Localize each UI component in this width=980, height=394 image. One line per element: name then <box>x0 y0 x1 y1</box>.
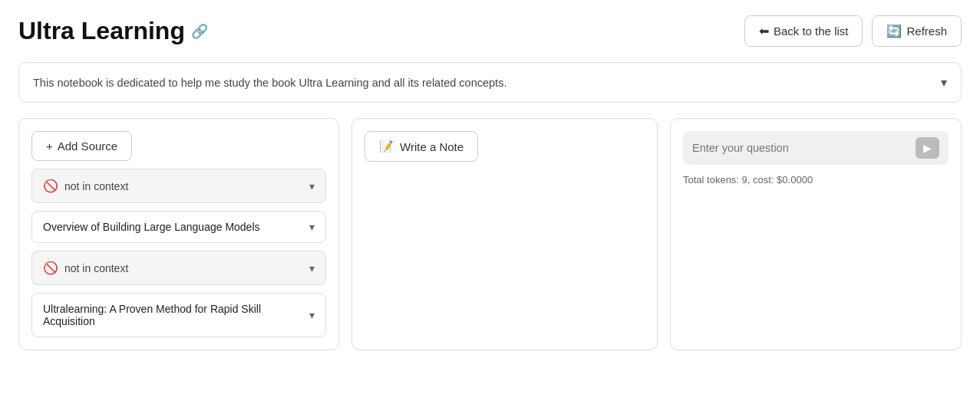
back-icon: ⬅ <box>759 24 769 38</box>
no-entry-icon-2: 🚫 <box>43 261 58 275</box>
refresh-button-label: Refresh <box>906 25 947 38</box>
source-item-2-chevron: ▾ <box>309 221 315 233</box>
back-to-list-button[interactable]: ⬅ Back to the list <box>744 15 863 47</box>
write-note-icon: 📝 <box>379 140 394 153</box>
description-text: This notebook is dedicated to help me st… <box>33 77 941 89</box>
question-input-row: ▶ <box>683 131 949 165</box>
source-item-1-chevron: ▾ <box>309 180 315 192</box>
question-panel: ▶ Total tokens: 9, cost: $0.0000 <box>670 118 962 350</box>
source-item-3[interactable]: 🚫 not in context ▾ <box>31 251 326 285</box>
page-title: Ultra Learning <box>18 17 185 45</box>
back-button-label: Back to the list <box>774 25 849 38</box>
add-source-plus-icon: + <box>46 140 53 153</box>
link-icon[interactable]: 🔗 <box>191 23 208 40</box>
title-area: Ultra Learning 🔗 <box>18 17 208 45</box>
header-buttons: ⬅ Back to the list 🔄 Refresh <box>744 15 962 47</box>
description-chevron-icon[interactable]: ▾ <box>941 75 947 90</box>
source-item-4-label: Ultralearning: A Proven Method for Rapid… <box>43 303 309 327</box>
refresh-icon: 🔄 <box>886 24 902 38</box>
source-item-3-chevron: ▾ <box>309 262 315 274</box>
question-input[interactable] <box>692 142 909 154</box>
send-icon: ▶ <box>923 142 932 154</box>
source-item-2[interactable]: Overview of Building Large Language Mode… <box>31 211 326 243</box>
write-note-label: Write a Note <box>400 140 464 153</box>
source-item-3-label: not in context <box>64 262 128 274</box>
source-item-1-left: 🚫 not in context <box>43 179 128 193</box>
source-item-2-left: Overview of Building Large Language Mode… <box>43 221 260 233</box>
source-item-4-chevron: ▾ <box>309 309 315 321</box>
source-item-4-left: Ultralearning: A Proven Method for Rapid… <box>43 303 309 327</box>
no-entry-icon-1: 🚫 <box>43 179 58 193</box>
add-source-label: Add Source <box>58 140 117 153</box>
sources-panel: + Add Source 🚫 not in context ▾ Overview… <box>18 118 339 350</box>
source-item-2-label: Overview of Building Large Language Mode… <box>43 221 260 233</box>
main-content: + Add Source 🚫 not in context ▾ Overview… <box>18 118 962 350</box>
write-note-button[interactable]: 📝 Write a Note <box>365 131 478 162</box>
send-question-button[interactable]: ▶ <box>916 137 939 159</box>
page-header: Ultra Learning 🔗 ⬅ Back to the list 🔄 Re… <box>18 15 962 47</box>
source-item-1[interactable]: 🚫 not in context ▾ <box>31 169 326 203</box>
source-item-4[interactable]: Ultralearning: A Proven Method for Rapid… <box>31 293 326 337</box>
refresh-button[interactable]: 🔄 Refresh <box>872 15 962 47</box>
source-item-3-left: 🚫 not in context <box>43 261 128 275</box>
token-info: Total tokens: 9, cost: $0.0000 <box>683 174 949 186</box>
notes-panel: 📝 Write a Note <box>351 118 658 350</box>
description-bar: This notebook is dedicated to help me st… <box>18 62 962 103</box>
add-source-button[interactable]: + Add Source <box>31 131 132 161</box>
source-item-1-label: not in context <box>64 180 128 192</box>
